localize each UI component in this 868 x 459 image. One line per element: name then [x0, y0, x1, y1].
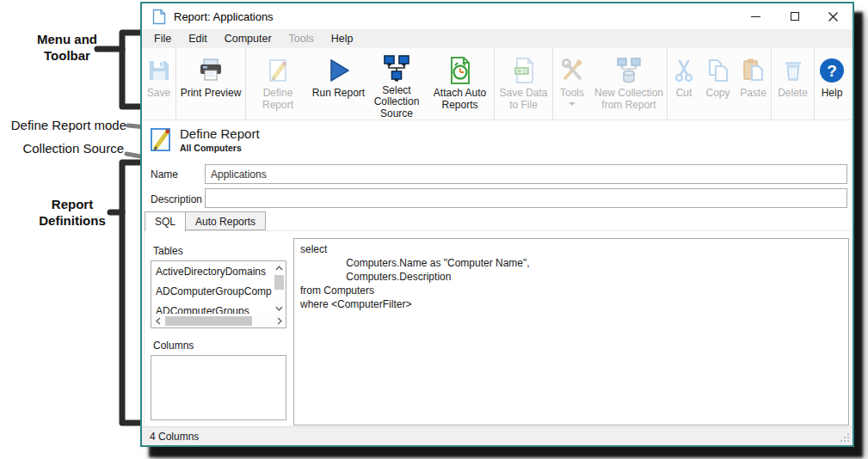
annotation-collection-source: Collection Source [0, 140, 124, 156]
annotation-line: Toolbar [12, 47, 122, 64]
close-icon [828, 12, 838, 21]
define-report-mode-icon [150, 125, 174, 156]
printer-icon [197, 53, 225, 88]
description-input[interactable] [205, 188, 847, 208]
menu-file[interactable]: File [145, 30, 180, 47]
toolbar-delete-button: Delete [772, 48, 814, 119]
annotation-define-report-mode: Define Report mode [0, 117, 126, 133]
description-label: Description [151, 193, 202, 205]
name-label: Name [151, 168, 178, 181]
help-icon: ? [818, 53, 846, 88]
list-item[interactable]: ADComputerGroups [152, 302, 272, 314]
toolbar-define-report-button: Define Report [246, 48, 310, 119]
toolbar-label: Copy [705, 88, 729, 100]
close-button[interactable] [814, 3, 853, 29]
tab-sql[interactable]: SQL [145, 211, 186, 231]
app-window: Report: Applications File Edit Computer … [140, 2, 854, 447]
chevron-right-icon[interactable] [273, 315, 286, 327]
menu-edit[interactable]: Edit [180, 30, 216, 47]
menu-computer[interactable]: Computer [216, 30, 280, 47]
toolbar-label: Print Preview [181, 88, 242, 100]
name-input[interactable] [205, 164, 847, 184]
tables-label: Tables [153, 245, 183, 257]
define-report-band: Define Report All Computers [142, 121, 853, 162]
auto-reports-icon [446, 53, 474, 88]
window-controls [736, 3, 853, 29]
toolbar-save-data-to-file-button: CSV Save Data to File [495, 48, 552, 119]
paste-icon [740, 53, 767, 88]
minimize-icon [751, 16, 760, 17]
horizontal-scrollbar[interactable] [151, 315, 286, 327]
svg-text:?: ? [827, 62, 837, 80]
toolbar-label: Save [147, 88, 170, 100]
toolbar-cut-button: Cut [668, 48, 700, 119]
toolbar-new-collection-from-report-button: New Collection from Report [591, 48, 667, 119]
new-collection-icon [614, 53, 643, 88]
toolbar-print-preview-button[interactable]: Print Preview [176, 48, 245, 119]
toolbar-run-report-button[interactable]: Run Report [310, 48, 367, 119]
csv-file-icon: CSV [510, 53, 538, 88]
chevron-left-icon[interactable] [151, 315, 164, 327]
screenshot-canvas: Menu and Toolbar Define Report mode Coll… [0, 0, 868, 459]
tables-listbox[interactable]: ActiveDirectoryDomains ADComputerGroupCo… [151, 260, 286, 328]
toolbar-attach-auto-reports-button[interactable]: Attach Auto Reports [426, 48, 494, 119]
menu-bar: File Edit Computer Tools Help [142, 29, 853, 48]
toolbar-label: Run Report [312, 88, 365, 100]
copy-icon [705, 53, 732, 88]
tools-icon [558, 53, 586, 88]
maximize-icon [791, 12, 799, 21]
toolbar-label: Save Data to File [495, 88, 552, 111]
title-bar: Report: Applications [142, 3, 853, 29]
sql-editor[interactable]: select Computers.Name as "Computer Name"… [293, 238, 849, 425]
tab-auto-reports[interactable]: Auto Reports [185, 211, 266, 230]
toolbar-tools-button: Tools [553, 48, 591, 119]
run-report-icon [325, 53, 353, 88]
define-report-icon [264, 53, 292, 88]
columns-listbox[interactable] [151, 355, 286, 420]
toolbar-label: Help [822, 88, 843, 100]
menu-tools: Tools [280, 30, 323, 47]
window-title: Report: Applications [174, 10, 274, 23]
toolbar-select-collection-source-button[interactable]: Select Collection Source [367, 48, 426, 119]
define-report-title: Define Report [180, 126, 260, 141]
list-item[interactable]: ADComputerGroupComp [152, 282, 272, 302]
tables-list-items: ActiveDirectoryDomains ADComputerGroupCo… [152, 262, 272, 314]
toolbar-label: Paste [740, 88, 766, 100]
status-text: 4 Columns [150, 431, 199, 443]
toolbar-copy-button: Copy [700, 48, 736, 119]
cut-icon [670, 53, 698, 88]
tab-strip: SQL Auto Reports [145, 211, 265, 231]
maximize-button[interactable] [775, 3, 814, 29]
toolbar-label: Tools [560, 88, 584, 100]
toolbar-label: Select Collection Source [367, 85, 426, 120]
collection-source-value: All Computers [180, 143, 242, 153]
chevron-down-icon [569, 102, 576, 106]
annotation-line: Report [17, 196, 127, 212]
scrollbar-thumb[interactable] [274, 275, 284, 290]
annotation-report-definitions: Report Definitions [17, 196, 127, 229]
toolbar-help-button[interactable]: ? Help [815, 48, 849, 119]
save-icon [145, 53, 173, 88]
tab-page-border [144, 230, 145, 427]
annotation-line: Menu and [12, 31, 122, 47]
minimize-button[interactable] [736, 3, 775, 29]
report-document-icon [152, 9, 166, 25]
toolbar-label: Define Report [246, 88, 310, 111]
toolbar-label: Delete [778, 88, 808, 100]
toolbar-label: Cut [676, 88, 693, 100]
menu-help[interactable]: Help [323, 30, 362, 47]
chevron-up-icon[interactable] [273, 261, 286, 274]
collection-source-icon [382, 53, 411, 85]
delete-icon [779, 53, 807, 88]
vertical-scrollbar[interactable] [273, 261, 286, 315]
toolbar-paste-button: Paste [736, 48, 771, 119]
list-item[interactable]: ActiveDirectoryDomains [152, 262, 272, 282]
chevron-down-icon[interactable] [273, 302, 286, 315]
columns-label: Columns [153, 340, 194, 352]
status-bar: 4 Columns [142, 426, 853, 445]
toolbar-label: Attach Auto Reports [426, 88, 494, 111]
resize-grip[interactable] [840, 432, 851, 444]
scrollbar-thumb[interactable] [165, 316, 252, 326]
toolbar: Save Print Preview [142, 48, 853, 120]
toolbar-save-button: Save [142, 48, 175, 119]
